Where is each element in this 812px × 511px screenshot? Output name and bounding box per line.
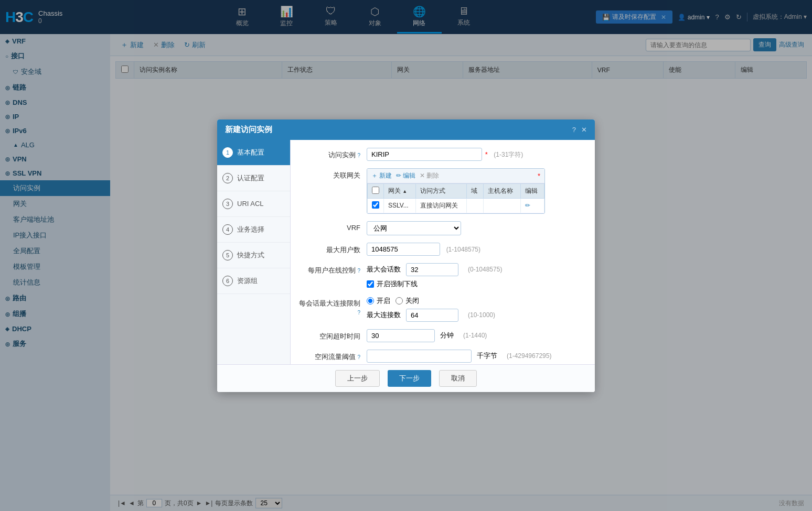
gtable-edit-btn[interactable]: ✏ (521, 198, 544, 213)
gateway-select-all[interactable] (372, 187, 379, 194)
next-step-label: 下一步 (399, 374, 420, 382)
sort-icon: ▲ (402, 189, 407, 194)
vrf-label: VRF (298, 221, 367, 232)
idle-timeout-field: 分钟 (1-1440) (367, 329, 587, 342)
session-limit-radio-row: 开启 关闭 (367, 296, 587, 306)
gtable-hostname-val (484, 198, 521, 213)
modal-steps: 1 基本配置 2 认证配置 3 URI ACL 4 业务选择 5 快捷方式 (217, 140, 291, 364)
session-limit-on-radio[interactable] (367, 297, 374, 305)
step-auth-config[interactable]: 2 认证配置 (217, 166, 290, 191)
gateway-table: 网关 ▲ 访问方式 域 主机名称 编辑 (367, 183, 544, 213)
idle-traffic-unit: 千字节 (477, 351, 497, 361)
per-session-field: 开启 关闭 最大连接数 (10-1000) (367, 296, 587, 322)
gateway-delete-button[interactable]: ✕ 删除 (420, 171, 439, 180)
force-offline-row: 开启强制下线 (367, 279, 587, 289)
step-basic-config[interactable]: 1 基本配置 (217, 140, 290, 166)
gateway-edit-button[interactable]: ✏ 编辑 (396, 171, 415, 180)
idle-timeout-unit: 分钟 (440, 331, 454, 340)
session-limit-on-label[interactable]: 开启 (367, 296, 390, 306)
step-num-6: 6 (222, 276, 233, 286)
max-sessions-label: 最大会话数 (367, 265, 401, 274)
vrf-select-wrapper: 公网 (367, 221, 587, 235)
modal-footer: 上一步 下一步 取消 (217, 364, 595, 392)
max-sessions-input[interactable] (406, 263, 458, 276)
session-limit-off-text: 关闭 (405, 296, 419, 306)
modal-help-icon[interactable]: ? (572, 126, 576, 134)
next-step-button[interactable]: 下一步 (388, 370, 431, 387)
idle-timeout-input[interactable] (367, 329, 435, 342)
form-row-access-instance: 访问实例 ? * (1-31字符) (298, 148, 587, 161)
gtable-domain-val (467, 198, 484, 213)
idle-timeout-row: 分钟 (1-1440) (367, 329, 587, 342)
gateway-delete-icon: ✕ (420, 172, 425, 179)
access-instance-input[interactable] (367, 148, 482, 161)
idle-traffic-hint: (1-4294967295) (507, 352, 551, 360)
session-limit-off-radio[interactable] (396, 297, 403, 305)
max-users-label: 最大用户数 (298, 243, 367, 255)
vrf-select[interactable]: 公网 (367, 221, 461, 235)
step-num-2: 2 (222, 173, 233, 183)
step-3-label: URI ACL (237, 200, 264, 208)
max-sessions-row: 最大会话数 (0-1048575) (367, 263, 587, 276)
step-resource-group[interactable]: 6 资源组 (217, 268, 290, 294)
step-5-label: 快捷方式 (237, 251, 264, 260)
modal-close-icon[interactable]: ✕ (581, 126, 587, 134)
gateway-row-checkbox[interactable] (372, 201, 379, 209)
per-user-help-icon[interactable]: ? (357, 268, 360, 274)
modal-title: 新建访问实例 (225, 125, 272, 135)
gtable-col-domain: 域 (467, 183, 484, 198)
access-instance-help-icon[interactable]: ? (357, 153, 360, 158)
max-users-field: (1-1048575) (367, 243, 587, 256)
form-row-per-session: 每会话最大连接限制 ? 开启 关闭 (298, 296, 587, 322)
step-num-3: 3 (222, 199, 233, 209)
gtable-col-hostname: 主机名称 (484, 183, 521, 198)
step-num-5: 5 (222, 250, 233, 260)
gateway-new-label: 新建 (379, 171, 392, 180)
step-uri-acl[interactable]: 3 URI ACL (217, 191, 290, 217)
gateway-field: ＋ 新建 ✏ 编辑 ✕ 删除 (367, 168, 587, 214)
force-offline-checkbox[interactable] (367, 280, 374, 288)
force-offline-text: 开启强制下线 (377, 279, 418, 289)
idle-traffic-help-icon[interactable]: ? (357, 354, 360, 360)
step-shortcut[interactable]: 5 快捷方式 (217, 243, 290, 268)
idle-traffic-input[interactable] (367, 350, 472, 363)
max-connections-input[interactable] (406, 309, 458, 322)
force-offline-label[interactable]: 开启强制下线 (367, 279, 418, 289)
max-connections-row: 最大连接数 (10-1000) (367, 309, 587, 322)
idle-timeout-hint: (1-1440) (463, 332, 487, 339)
gateway-plus-icon: ＋ (371, 171, 378, 180)
idle-timeout-label: 空闲超时时间 (298, 329, 367, 341)
gateway-row: SSLV... 直接访问网关 ✏ (368, 198, 544, 213)
per-user-field: 最大会话数 (0-1048575) 开启强制下线 (367, 263, 587, 289)
max-users-input[interactable] (367, 243, 440, 256)
cancel-button[interactable]: 取消 (439, 370, 477, 387)
step-num-4: 4 (222, 224, 233, 235)
vrf-field: 公网 (367, 221, 587, 235)
prev-step-button[interactable]: 上一步 (335, 370, 380, 387)
session-limit-off-label[interactable]: 关闭 (396, 296, 419, 306)
step-6-label: 资源组 (237, 276, 258, 286)
modal-overlay: 新建访问实例 ? ✕ 1 基本配置 2 认证配置 3 URI ACL (0, 0, 812, 511)
step-2-label: 认证配置 (237, 173, 264, 183)
session-limit-on-text: 开启 (377, 296, 390, 306)
max-users-hint: (1-1048575) (446, 246, 480, 253)
required-mark-instance: * (485, 150, 488, 158)
form-row-idle-traffic: 空闲流量阈值 ? 千字节 (1-4294967295) (298, 350, 587, 363)
per-user-label: 每用户在线控制 ? (298, 263, 367, 275)
step-1-label: 基本配置 (237, 148, 264, 157)
access-instance-label: 访问实例 ? (298, 148, 367, 160)
gateway-label: 关联网关 (298, 168, 367, 180)
modal-dialog: 新建访问实例 ? ✕ 1 基本配置 2 认证配置 3 URI ACL (217, 119, 595, 392)
step-service[interactable]: 4 业务选择 (217, 217, 290, 243)
modal-header: 新建访问实例 ? ✕ (217, 119, 595, 140)
form-row-per-user: 每用户在线控制 ? 最大会话数 (0-1048575) 开启强制下线 (298, 263, 587, 289)
gateway-toolbar: ＋ 新建 ✏ 编辑 ✕ 删除 (367, 169, 544, 183)
gateway-new-button[interactable]: ＋ 新建 (371, 171, 392, 180)
form-row-vrf: VRF 公网 (298, 221, 587, 235)
gateway-edit-label: 编辑 (403, 171, 415, 180)
max-connections-label: 最大连接数 (367, 310, 401, 320)
access-instance-field: * (1-31字符) (367, 148, 587, 161)
per-session-help-icon[interactable]: ? (357, 310, 360, 316)
gtable-access-val: 直接访问网关 (415, 198, 466, 213)
gtable-col-edit: 编辑 (521, 183, 544, 198)
